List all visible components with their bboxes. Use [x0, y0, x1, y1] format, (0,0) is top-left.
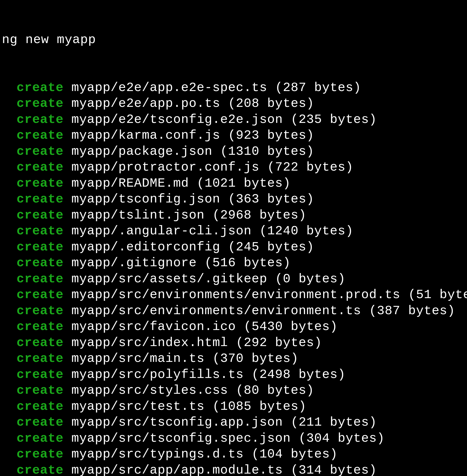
file-create-line: create myapp/.angular-cli.json (1240 byt…	[2, 223, 467, 239]
action-label: create	[16, 256, 64, 270]
action-label: create	[16, 463, 64, 476]
command-line: ng new myapp	[2, 33, 96, 47]
file-create-line: create myapp/.editorconfig (245 bytes)	[2, 239, 467, 255]
file-create-line: create myapp/e2e/tsconfig.e2e.json (235 …	[2, 112, 467, 128]
action-label: create	[16, 399, 64, 414]
file-create-line: create myapp/.gitignore (516 bytes)	[2, 255, 467, 271]
file-create-line: create myapp/src/tsconfig.app.json (211 …	[2, 414, 467, 431]
action-label: create	[16, 208, 64, 223]
file-create-line: create myapp/src/styles.css (80 bytes)	[2, 383, 467, 399]
file-create-line: create myapp/README.md (1021 bytes)	[2, 175, 467, 192]
file-path: myapp/src/environments/environment.ts (3…	[71, 304, 455, 318]
file-path: myapp/tsconfig.json (363 bytes)	[71, 192, 314, 206]
action-label: create	[16, 304, 64, 318]
file-path: myapp/.editorconfig (245 bytes)	[71, 240, 314, 254]
action-label: create	[16, 288, 64, 302]
file-path: myapp/src/favicon.ico (5430 bytes)	[71, 319, 337, 334]
file-create-line: create myapp/src/app/app.module.ts (314 …	[2, 462, 467, 476]
file-path: myapp/src/styles.css (80 bytes)	[71, 383, 314, 398]
action-label: create	[16, 351, 64, 366]
file-create-line: create myapp/src/tsconfig.spec.json (304…	[2, 431, 467, 447]
action-label: create	[16, 80, 64, 95]
file-create-line: create myapp/protractor.conf.js (722 byt…	[2, 159, 467, 175]
action-label: create	[16, 336, 64, 350]
file-create-line: create myapp/src/main.ts (370 bytes)	[2, 351, 467, 367]
file-path: myapp/src/polyfills.ts (2498 bytes)	[71, 368, 345, 382]
action-label: create	[16, 415, 64, 430]
action-label: create	[16, 240, 64, 254]
file-create-line: create myapp/e2e/app.po.ts (208 bytes)	[2, 96, 467, 112]
file-create-line: create myapp/e2e/app.e2e-spec.ts (287 by…	[2, 80, 467, 96]
file-create-line: create myapp/package.json (1310 bytes)	[2, 144, 467, 160]
action-label: create	[16, 383, 64, 398]
file-path: myapp/src/environments/environment.prod.…	[71, 288, 467, 302]
file-path: myapp/README.md (1021 bytes)	[71, 176, 291, 191]
action-label: create	[16, 128, 64, 143]
file-create-list: create myapp/e2e/app.e2e-spec.ts (287 by…	[2, 80, 467, 476]
file-path: myapp/tslint.json (2968 bytes)	[71, 208, 306, 223]
file-create-line: create myapp/src/polyfills.ts (2498 byte…	[2, 367, 467, 383]
action-label: create	[16, 112, 64, 127]
action-label: create	[16, 160, 64, 174]
file-create-line: create myapp/src/environments/environmen…	[2, 303, 467, 319]
terminal-output: ng new myapp create myapp/e2e/app.e2e-sp…	[0, 0, 467, 476]
file-path: myapp/protractor.conf.js (722 bytes)	[71, 160, 353, 174]
file-path: myapp/src/index.html (292 bytes)	[71, 336, 322, 350]
file-create-line: create myapp/src/test.ts (1085 bytes)	[2, 399, 467, 415]
file-create-line: create myapp/src/environments/environmen…	[2, 287, 467, 303]
file-path: myapp/e2e/app.po.ts (208 bytes)	[71, 96, 314, 111]
action-label: create	[16, 272, 64, 286]
file-create-line: create myapp/karma.conf.js (923 bytes)	[2, 128, 467, 144]
action-label: create	[16, 144, 64, 159]
file-path: myapp/.angular-cli.json (1240 bytes)	[71, 224, 353, 238]
file-create-line: create myapp/src/typings.d.ts (104 bytes…	[2, 446, 467, 462]
file-path: myapp/src/test.ts (1085 bytes)	[71, 399, 306, 414]
file-path: myapp/e2e/app.e2e-spec.ts (287 bytes)	[71, 80, 361, 95]
file-path: myapp/src/assets/.gitkeep (0 bytes)	[71, 272, 345, 286]
file-path: myapp/package.json (1310 bytes)	[71, 144, 314, 159]
file-path: myapp/src/typings.d.ts (104 bytes)	[71, 447, 337, 461]
action-label: create	[16, 176, 64, 191]
action-label: create	[16, 224, 64, 238]
file-path: myapp/karma.conf.js (923 bytes)	[71, 128, 314, 143]
action-label: create	[16, 368, 64, 382]
file-create-line: create myapp/tslint.json (2968 bytes)	[2, 207, 467, 223]
file-path: myapp/src/main.ts (370 bytes)	[71, 351, 298, 366]
file-path: myapp/src/app/app.module.ts (314 bytes)	[71, 463, 377, 476]
action-label: create	[16, 447, 64, 461]
file-create-line: create myapp/tsconfig.json (363 bytes)	[2, 191, 467, 207]
file-path: myapp/src/tsconfig.app.json (211 bytes)	[71, 415, 377, 430]
action-label: create	[16, 192, 64, 206]
file-create-line: create myapp/src/index.html (292 bytes)	[2, 335, 467, 351]
action-label: create	[16, 431, 64, 446]
file-path: myapp/.gitignore (516 bytes)	[71, 256, 291, 270]
file-create-line: create myapp/src/assets/.gitkeep (0 byte…	[2, 271, 467, 287]
file-path: myapp/src/tsconfig.spec.json (304 bytes)	[71, 431, 385, 446]
action-label: create	[16, 319, 64, 334]
file-path: myapp/e2e/tsconfig.e2e.json (235 bytes)	[71, 112, 377, 127]
file-create-line: create myapp/src/favicon.ico (5430 bytes…	[2, 319, 467, 335]
action-label: create	[16, 96, 64, 111]
